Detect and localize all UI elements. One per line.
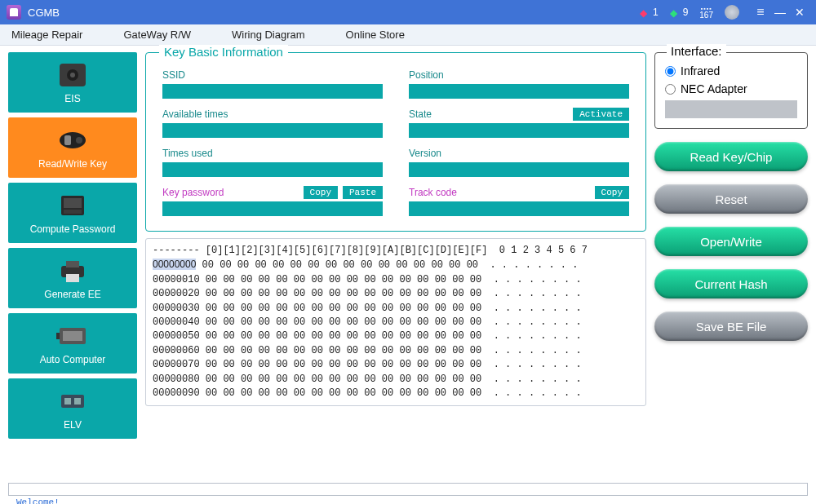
field-state: State Activate <box>409 107 629 138</box>
radio-infrared-label: Infrared <box>681 64 720 77</box>
menu-online-store[interactable]: Online Store <box>341 27 410 42</box>
key-icon <box>55 126 91 155</box>
sidebar-item-read-write-key[interactable]: Read/Write Key <box>8 117 137 178</box>
eis-icon <box>55 60 91 90</box>
medal-icon <box>725 5 739 20</box>
reset-button[interactable]: Reset <box>654 184 808 214</box>
position-label: Position <box>409 69 444 81</box>
field-ssid: SSID <box>162 68 383 99</box>
app-title: CGMB <box>28 7 60 19</box>
field-position: Position <box>409 68 629 99</box>
open-write-button[interactable]: Open/Write <box>654 227 808 256</box>
sidebar-label: Generate EE <box>44 289 100 300</box>
radio-nec-label: NEC Adapter <box>681 82 747 95</box>
svg-rect-8 <box>64 210 82 214</box>
hex-viewer[interactable]: -------- [0][1][2][3][4][5][6][7][8][9][… <box>145 238 646 406</box>
sidebar-item-generate-ee[interactable]: Generate EE <box>8 248 137 308</box>
right-column: Interface: Infrared NEC Adapter Read Key… <box>654 52 808 480</box>
password-icon <box>55 191 91 220</box>
radio-nec-input[interactable] <box>665 84 676 95</box>
sidebar-item-compute-password[interactable]: Compute Password <box>8 183 137 243</box>
svg-rect-7 <box>64 198 82 208</box>
interface-legend: Interface: <box>667 44 726 58</box>
svg-rect-10 <box>66 261 79 267</box>
stat-green-value: 9 <box>683 7 689 18</box>
main-area: EIS Read/Write Key Compute Password Gene… <box>0 46 816 483</box>
save-be-button[interactable]: Save BE File <box>654 312 808 341</box>
sidebar: EIS Read/Write Key Compute Password Gene… <box>8 52 137 480</box>
field-track-code: Track code Copy <box>409 185 629 216</box>
read-key-button[interactable]: Read Key/Chip <box>654 142 808 171</box>
stat-green: ◆ 9 <box>670 7 689 18</box>
copy-password-button[interactable]: Copy <box>304 186 338 199</box>
menu-wiring-diagram[interactable]: Wiring Diagram <box>227 27 310 42</box>
key-password-label: Key password <box>162 187 224 198</box>
times-used-label: Times used <box>162 148 213 159</box>
ssid-value <box>162 84 383 99</box>
field-version: Version <box>409 146 629 177</box>
stat-red: ◆ 1 <box>640 7 659 18</box>
status-box <box>8 483 808 496</box>
interface-fieldset: Interface: Infrared NEC Adapter <box>654 52 808 129</box>
field-times-used: Times used <box>162 146 383 177</box>
radio-nec[interactable]: NEC Adapter <box>665 82 797 95</box>
app-icon <box>7 5 21 20</box>
svg-point-2 <box>70 73 75 77</box>
gem-green-icon: ◆ <box>670 7 680 17</box>
minimize-button[interactable]: — <box>770 6 790 19</box>
sidebar-item-elv[interactable]: ELV <box>8 378 137 439</box>
svg-point-5 <box>76 137 82 144</box>
state-label: State <box>409 108 432 120</box>
gem-red-icon: ◆ <box>640 7 650 17</box>
version-label: Version <box>409 148 441 159</box>
svg-rect-14 <box>56 333 60 339</box>
available-value <box>162 123 383 138</box>
sidebar-item-eis[interactable]: EIS <box>8 52 137 113</box>
radio-infrared[interactable]: Infrared <box>665 64 797 77</box>
track-code-value <box>409 201 629 216</box>
svg-rect-11 <box>66 274 79 282</box>
status-area: Welcome! <box>0 483 816 504</box>
status-message: Welcome! <box>8 496 808 504</box>
svg-rect-17 <box>74 398 81 405</box>
svg-rect-13 <box>63 331 82 341</box>
center-column: Key Basic Information SSID Position Avai… <box>145 52 646 480</box>
close-button[interactable]: ✕ <box>790 6 809 19</box>
menu-bar: Mileage Repair GateWay R/W Wiring Diagra… <box>0 24 816 46</box>
version-value <box>409 162 629 177</box>
interface-status-box <box>665 100 797 118</box>
paste-password-button[interactable]: Paste <box>343 186 383 199</box>
sidebar-label: Compute Password <box>30 223 116 235</box>
field-key-password: Key password Copy Paste <box>162 185 383 216</box>
current-hash-button[interactable]: Current Hash <box>654 269 808 298</box>
elv-icon <box>55 387 91 416</box>
svg-rect-16 <box>64 398 71 405</box>
key-info-fieldset: Key Basic Information SSID Position Avai… <box>145 52 646 232</box>
ecu-icon <box>55 321 91 351</box>
svg-rect-4 <box>64 135 71 145</box>
menu-mileage-repair[interactable]: Mileage Repair <box>7 27 87 42</box>
title-bar: CGMB ◆ 1 ◆ 9 ▪▪▪▪ 167 ≡ — ✕ <box>0 0 816 24</box>
key-info-legend: Key Basic Information <box>159 45 288 59</box>
stat-date-value: 167 <box>699 11 713 20</box>
available-label: Available times <box>162 108 228 120</box>
sidebar-label: EIS <box>64 93 80 104</box>
times-used-value <box>162 162 383 177</box>
sidebar-label: ELV <box>64 419 82 431</box>
radio-infrared-input[interactable] <box>665 66 676 77</box>
sidebar-item-auto-computer[interactable]: Auto Computer <box>8 313 137 374</box>
activate-button[interactable]: Activate <box>573 108 629 121</box>
sidebar-label: Auto Computer <box>40 354 106 365</box>
field-available-times: Available times <box>162 107 383 138</box>
printer-icon <box>55 256 91 285</box>
menu-gateway-rw[interactable]: GateWay R/W <box>118 27 196 42</box>
track-code-label: Track code <box>409 187 457 198</box>
copy-track-button[interactable]: Copy <box>595 186 629 199</box>
ssid-label: SSID <box>162 69 185 81</box>
sidebar-label: Read/Write Key <box>38 158 107 170</box>
key-password-value <box>162 201 383 216</box>
menu-button[interactable]: ≡ <box>751 5 770 20</box>
state-value <box>409 123 629 138</box>
position-value <box>409 84 629 99</box>
stat-date: ▪▪▪▪ 167 <box>699 6 713 20</box>
